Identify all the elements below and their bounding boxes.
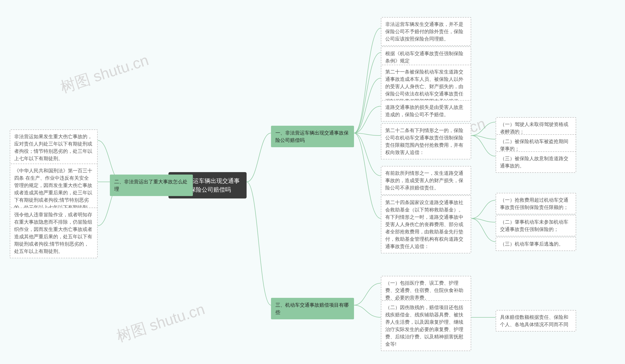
branch-2: 二、非法营运出了重大事故怎么处理 <box>110 175 193 196</box>
b2-n1: 非法营运如果发生重大伤亡事故的，应对责任人判处三年以下有期徒刑或者拘役；情节特别… <box>10 129 98 166</box>
b1-n6: 有前款所列情形之一，发生道路交通事故的，造成受害人的财产损失，保险公司不承担赔偿… <box>381 166 471 195</box>
b1-n7c: （三）机动车肇事后逃逸的。 <box>496 237 576 251</box>
watermark: 树图 shutu.cn <box>58 50 151 98</box>
b1-n7a: （一）抢救费用超过机动车交通事故责任强制保险责任限额的； <box>496 193 576 214</box>
b1-n7: 第二十四条国家设立道路交通事故社会救助基金（以下简称救助基金）。有下列情形之一时… <box>381 195 471 253</box>
branch-3: 三、机动车交通事故赔偿项目有哪些 <box>271 298 354 319</box>
watermark: 树图 shutu.cn <box>114 299 207 347</box>
b1-n4: 道路交通事故的损失是由受害人故意造成的，保险公司不予赔偿。 <box>381 100 471 121</box>
b2-n2: 《中华人民共和国刑法》第一百三十四条 在生产、作业中违反有关安全管理的规定，因而… <box>10 164 98 214</box>
b3-n2a: 具体赔偿数额根据责任、保险和个人、各地具体情况不同而不同 <box>496 310 576 332</box>
branch-1: 一、非法营运车辆出现交通事故保险公司赔偿吗 <box>271 126 354 147</box>
b2-n3: 强令他人违章冒险作业，或者明知存在重大事故隐患而不排除，仍冒险组织作业，因而发生… <box>10 208 98 258</box>
b1-n7b: （二）肇事机动车未参加机动车交通事故责任强制保险的； <box>496 215 576 236</box>
b1-n5: 第二十二条有下列情形之一的，保险公司在机动车交通事故责任强制保险责任限额范围内垫… <box>381 123 471 159</box>
b1-n1: 非法运营车辆发生交通事故，并不是保险公司不予赔付的除外责任，保险公司应该按照保险… <box>381 17 471 46</box>
b1-n5c: （三）被保险人故意制造道路交通事故的。 <box>496 151 576 173</box>
b3-n2: （二）因伤致残的，赔偿项目还包括残疾赔偿金、残疾辅助器具费、被扶养人生活费，以及… <box>381 300 471 351</box>
